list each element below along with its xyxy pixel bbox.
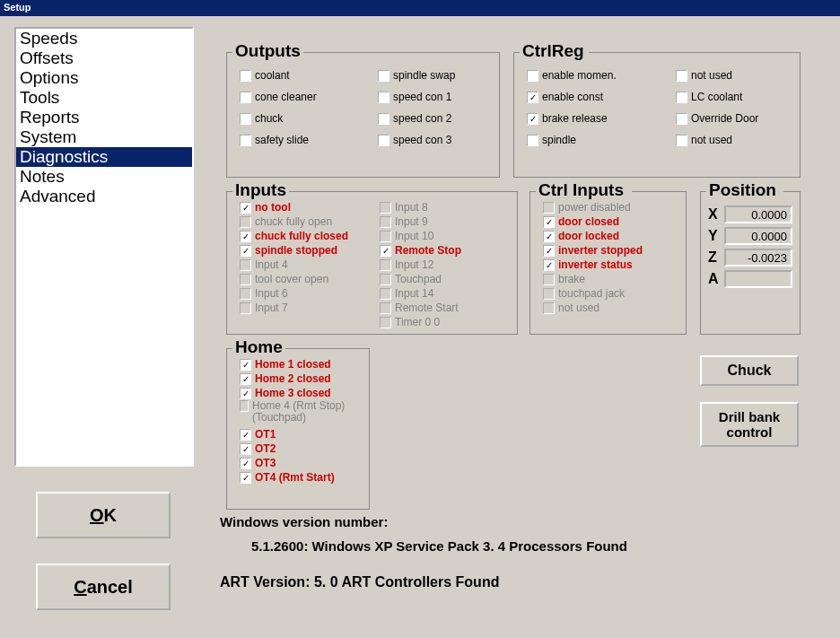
ctrlreg-checkbox[interactable]: [676, 135, 687, 146]
inputs-checkbox[interactable]: [240, 259, 251, 271]
home-checkbox[interactable]: [240, 472, 251, 484]
outputs-checkbox[interactable]: [240, 92, 251, 103]
inputs-checkbox[interactable]: [380, 317, 391, 328]
nav-item-offsets[interactable]: Offsets: [16, 48, 192, 68]
outputs-row: coolant: [240, 65, 317, 86]
inputs-row: Input 14: [380, 286, 461, 301]
home-checkbox[interactable]: [240, 443, 251, 455]
ctrlreg-label: not used: [691, 134, 732, 146]
inputs-checkbox[interactable]: [240, 274, 251, 285]
ctrlinputs-checkbox[interactable]: [543, 259, 555, 271]
cancel-button[interactable]: Cancel: [36, 564, 171, 610]
ctrlinputs-label: brake: [558, 273, 585, 285]
nav-item-diagnostics[interactable]: Diagnostics: [16, 147, 192, 167]
ctrlreg-checkbox[interactable]: [527, 92, 538, 103]
ctrlreg-checkbox[interactable]: [676, 113, 687, 125]
ctrlinputs-row: power disabled: [543, 200, 643, 214]
inputs-checkbox[interactable]: [380, 302, 391, 314]
outputs-row: chuck: [240, 108, 317, 129]
win-version-value: 5.1.2600: Windows XP Service Pack 3. 4 P…: [251, 538, 627, 554]
home-title: Home: [232, 337, 285, 357]
inputs-row: chuck fully open: [240, 214, 348, 229]
home-checkbox[interactable]: [240, 373, 251, 385]
inputs-checkbox[interactable]: [240, 202, 251, 214]
inputs-label: Input 7: [255, 302, 288, 314]
ok-button[interactable]: OK: [36, 492, 171, 538]
chuck-button[interactable]: Chuck: [700, 355, 799, 386]
nav-item-tools[interactable]: Tools: [16, 88, 192, 108]
ctrlreg-checkbox[interactable]: [676, 70, 687, 82]
outputs-checkbox[interactable]: [378, 135, 389, 146]
inputs-label: Input 6: [255, 287, 288, 300]
home-label: OT4 (Rmt Start): [255, 471, 335, 484]
outputs-checkbox[interactable]: [240, 113, 251, 125]
outputs-checkbox[interactable]: [240, 70, 251, 82]
home-checkbox[interactable]: [240, 429, 251, 441]
inputs-label: Remote Start: [395, 302, 459, 314]
home-checkbox[interactable]: [240, 400, 249, 412]
ctrlreg-checkbox[interactable]: [527, 135, 538, 146]
outputs-checkbox[interactable]: [240, 135, 251, 146]
outputs-row: safety slide: [240, 129, 317, 151]
inputs-checkbox[interactable]: [380, 274, 391, 285]
inputs-checkbox[interactable]: [380, 259, 391, 271]
ctrlreg-checkbox[interactable]: [527, 70, 538, 82]
outputs-row: cone cleaner: [240, 86, 317, 108]
ctrlreg-row: not used: [676, 129, 758, 151]
outputs-checkbox[interactable]: [378, 92, 389, 103]
outputs-checkbox[interactable]: [378, 70, 389, 82]
inputs-checkbox[interactable]: [240, 302, 251, 314]
inputs-checkbox[interactable]: [380, 216, 391, 228]
home-row: Home 4 (Rmt Stop) (Touchpad): [240, 400, 361, 427]
outputs-row: spindle swap: [378, 65, 455, 86]
ctrlinputs-checkbox[interactable]: [543, 302, 555, 314]
ctrlinputs-row: inverter status: [543, 258, 643, 272]
nav-item-speeds[interactable]: Speeds: [16, 29, 192, 48]
inputs-checkbox[interactable]: [240, 216, 251, 228]
inputs-row: Input 8: [380, 200, 461, 214]
ctrlinputs-checkbox[interactable]: [543, 274, 555, 285]
ctrlinputs-checkbox[interactable]: [543, 288, 555, 300]
home-row: OT2: [240, 441, 361, 456]
ctrlinputs-group: Ctrl Inputs power disableddoor closeddoo…: [529, 191, 687, 335]
nav-item-notes[interactable]: Notes: [16, 167, 192, 187]
outputs-row: speed con 3: [378, 129, 455, 151]
ctrlreg-checkbox[interactable]: [527, 113, 538, 125]
inputs-row: Remote Start: [380, 301, 461, 315]
drill-bank-button[interactable]: Drill bank control: [700, 402, 799, 447]
ctrlinputs-label: power disabled: [558, 201, 631, 214]
ctrlinputs-checkbox[interactable]: [543, 231, 555, 242]
ctrlinputs-checkbox[interactable]: [543, 202, 555, 214]
ctrlinputs-checkbox[interactable]: [543, 216, 555, 228]
home-label: OT3: [255, 457, 276, 469]
ctrlreg-checkbox[interactable]: [676, 92, 687, 103]
inputs-checkbox[interactable]: [380, 231, 391, 242]
ctrlinputs-label: door closed: [558, 215, 619, 228]
ctrlinputs-row: door locked: [543, 229, 643, 243]
inputs-checkbox[interactable]: [240, 231, 251, 242]
window-title: Setup: [4, 2, 31, 13]
home-checkbox[interactable]: [240, 359, 251, 371]
inputs-checkbox[interactable]: [380, 245, 391, 257]
outputs-checkbox[interactable]: [378, 113, 389, 125]
nav-list[interactable]: SpeedsOffsetsOptionsToolsReportsSystemDi…: [14, 27, 194, 467]
nav-item-advanced[interactable]: Advanced: [16, 187, 192, 206]
ctrlinputs-label: not used: [558, 302, 599, 314]
home-checkbox[interactable]: [240, 388, 251, 399]
inputs-checkbox[interactable]: [240, 245, 251, 257]
position-value: [724, 270, 792, 288]
ctrlreg-row: not used: [676, 65, 758, 86]
nav-item-options[interactable]: Options: [16, 68, 192, 88]
position-title: Position: [706, 180, 779, 200]
inputs-checkbox[interactable]: [240, 288, 251, 300]
ctrlreg-label: not used: [691, 69, 732, 82]
ctrlinputs-checkbox[interactable]: [543, 245, 555, 257]
inputs-row: Remote Stop: [380, 243, 461, 258]
inputs-checkbox[interactable]: [380, 202, 391, 214]
nav-item-system[interactable]: System: [16, 127, 192, 147]
outputs-label: cone cleaner: [255, 91, 317, 103]
inputs-checkbox[interactable]: [380, 288, 391, 300]
home-checkbox[interactable]: [240, 458, 251, 469]
inputs-label: no tool: [255, 201, 291, 214]
nav-item-reports[interactable]: Reports: [16, 108, 192, 127]
